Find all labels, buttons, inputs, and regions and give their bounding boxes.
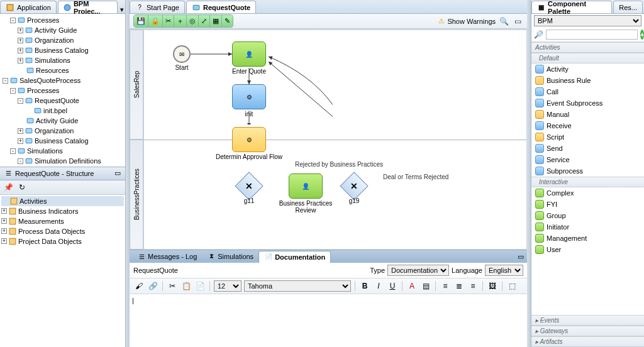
palette-item[interactable]: Activity bbox=[531, 63, 644, 75]
palette-category-select[interactable]: BPM bbox=[534, 15, 641, 26]
highlight-icon[interactable]: ▤ bbox=[420, 280, 431, 292]
minimize-icon[interactable]: ▭ bbox=[114, 170, 121, 177]
bold-icon[interactable]: B bbox=[359, 280, 370, 292]
underline-icon[interactable]: U bbox=[387, 280, 398, 292]
tab-start-page[interactable]: ? Start Page bbox=[130, 1, 185, 13]
structure-node[interactable]: +Measurements bbox=[1, 216, 124, 226]
hide-icon[interactable]: ▭ bbox=[512, 16, 523, 27]
structure-node[interactable]: Activities bbox=[1, 196, 124, 206]
expander-icon[interactable]: + bbox=[1, 238, 7, 244]
font-color-icon[interactable]: A bbox=[406, 280, 418, 292]
refresh-icon[interactable]: ↻ bbox=[16, 182, 28, 193]
lock-icon[interactable]: 🔒 bbox=[148, 15, 163, 27]
group-gateways[interactable]: ▸ Gateways bbox=[531, 326, 644, 336]
expander-icon[interactable]: - bbox=[18, 158, 23, 164]
align-center-icon[interactable]: ≣ bbox=[453, 280, 465, 292]
structure-node[interactable]: +Process Data Objects bbox=[1, 226, 124, 236]
cut-icon[interactable]: ✂ bbox=[167, 280, 178, 292]
copy-icon[interactable]: 📋 bbox=[180, 280, 192, 292]
palette-item[interactable]: Initiator bbox=[531, 221, 644, 233]
palette-item[interactable]: Manual bbox=[531, 109, 644, 120]
expander-icon[interactable]: + bbox=[18, 48, 23, 53]
g11-gateway[interactable]: ✕ g11 bbox=[239, 176, 259, 196]
grid-icon[interactable]: ▦ bbox=[210, 15, 222, 27]
enter-quote-task[interactable]: 👤 Enter Quote bbox=[232, 41, 266, 67]
tree-node[interactable]: -Processes bbox=[1, 15, 124, 25]
minimize-icon[interactable]: ▾ bbox=[119, 6, 125, 13]
group-events[interactable]: ▸ Events bbox=[531, 315, 644, 326]
link-icon[interactable]: 🔗 bbox=[147, 280, 158, 292]
tab-component-palette[interactable]: ▦ Component Palette bbox=[531, 1, 612, 13]
expander-icon[interactable]: + bbox=[18, 138, 23, 144]
tree-node[interactable]: Resources bbox=[1, 65, 124, 75]
palette-item[interactable]: Complex bbox=[531, 187, 644, 199]
start-event[interactable]: ✉ Start bbox=[173, 45, 191, 63]
doc-editor-body[interactable]: | bbox=[130, 294, 527, 347]
tree-node[interactable]: +Activity Guide bbox=[1, 25, 124, 35]
tree-node[interactable]: -SalesQuoteProcess bbox=[1, 75, 124, 85]
tree-node[interactable]: -Simulation Definitions bbox=[1, 156, 124, 166]
expander-icon[interactable]: - bbox=[10, 88, 16, 94]
palette-item[interactable]: Script bbox=[531, 131, 644, 143]
palette-item[interactable]: User bbox=[531, 244, 644, 255]
show-warnings-label[interactable]: Show Warnings bbox=[447, 18, 496, 25]
init-task[interactable]: ⚙ init bbox=[232, 84, 266, 109]
tree-node[interactable]: +Organization bbox=[1, 35, 124, 45]
expander-icon[interactable]: + bbox=[1, 218, 7, 224]
expand-icon[interactable]: ⤢ bbox=[199, 15, 210, 27]
align-right-icon[interactable]: ≡ bbox=[467, 280, 479, 292]
group-interactive[interactable]: Interactive bbox=[531, 177, 644, 187]
tab-documentation[interactable]: 📄 Documentation bbox=[258, 251, 331, 263]
font-size-select[interactable]: 12 bbox=[214, 280, 242, 292]
italic-icon[interactable]: I bbox=[373, 280, 384, 292]
expander-icon[interactable]: + bbox=[1, 228, 7, 234]
review-task[interactable]: 👤 Business Practices Review bbox=[289, 174, 323, 199]
determin-task[interactable]: ⚙ Determin Approval Flow bbox=[232, 127, 266, 152]
add-icon[interactable]: ＋ bbox=[174, 15, 187, 27]
type-select[interactable]: Documentation bbox=[387, 265, 449, 276]
group-activities[interactable]: Activities bbox=[531, 42, 644, 53]
expander-icon[interactable]: + bbox=[1, 208, 7, 214]
tab-application[interactable]: Application bbox=[0, 1, 57, 13]
paste-icon[interactable]: 📄 bbox=[194, 280, 206, 292]
align-left-icon[interactable]: ≡ bbox=[440, 280, 451, 292]
pin-icon[interactable]: 📌 bbox=[3, 182, 14, 193]
expander-icon[interactable]: - bbox=[10, 18, 16, 23]
cut-icon[interactable]: ✂ bbox=[163, 15, 174, 27]
tree-node[interactable]: Activity Guide bbox=[1, 116, 124, 126]
group-artifacts[interactable]: ▸ Artifacts bbox=[531, 336, 644, 347]
expander-icon[interactable]: - bbox=[10, 148, 16, 154]
language-select[interactable]: English bbox=[485, 265, 523, 276]
insert-object-icon[interactable]: ⬚ bbox=[506, 280, 518, 292]
expander-icon[interactable]: + bbox=[18, 58, 23, 63]
target-icon[interactable]: ◎ bbox=[187, 15, 199, 27]
palette-item[interactable]: Send bbox=[531, 143, 644, 154]
tree-node[interactable]: +Simulations bbox=[1, 55, 124, 65]
brush-icon[interactable]: 🖌 bbox=[133, 280, 145, 292]
tree-node[interactable]: -Processes bbox=[1, 85, 124, 96]
expander-icon[interactable]: + bbox=[18, 38, 23, 43]
font-name-select[interactable]: Tahoma bbox=[244, 280, 351, 292]
bpmn-canvas[interactable]: ✉ Start 👤 Enter Quote ⚙ init ⚙ Determin … bbox=[143, 30, 527, 250]
tab-messages-log[interactable]: ☰ Messages - Log bbox=[132, 251, 202, 262]
group-default[interactable]: Default bbox=[531, 53, 644, 63]
palette-item[interactable]: Event Subprocess bbox=[531, 97, 644, 109]
palette-item[interactable]: Receive bbox=[531, 120, 644, 131]
palette-item[interactable]: Service bbox=[531, 154, 644, 165]
save-icon[interactable]: 💾 bbox=[134, 15, 148, 27]
palette-item[interactable]: Business Rule bbox=[531, 75, 644, 86]
palette-item[interactable]: Call bbox=[531, 86, 644, 97]
search-icon[interactable]: 🔍 bbox=[498, 16, 509, 27]
structure-node[interactable]: +Project Data Objects bbox=[1, 236, 124, 246]
palette-search-input[interactable] bbox=[546, 30, 638, 40]
g19-gateway[interactable]: ✕ g19 bbox=[344, 176, 364, 196]
tree-node[interactable]: -RequestQuote bbox=[1, 96, 124, 106]
tab-simulations[interactable]: ⧗ Simulations bbox=[202, 251, 258, 262]
tab-resources[interactable]: Res... bbox=[613, 1, 643, 13]
lane-businesspractices[interactable]: BusinessPractices bbox=[130, 140, 143, 250]
add-component-icon[interactable]: + bbox=[640, 30, 644, 40]
project-tree[interactable]: -Processes+Activity Guide+Organization+B… bbox=[0, 14, 125, 167]
palette-item[interactable]: Group bbox=[531, 210, 644, 221]
lane-salesrep[interactable]: SalesRep bbox=[130, 30, 143, 140]
expander-icon[interactable]: - bbox=[3, 78, 8, 84]
